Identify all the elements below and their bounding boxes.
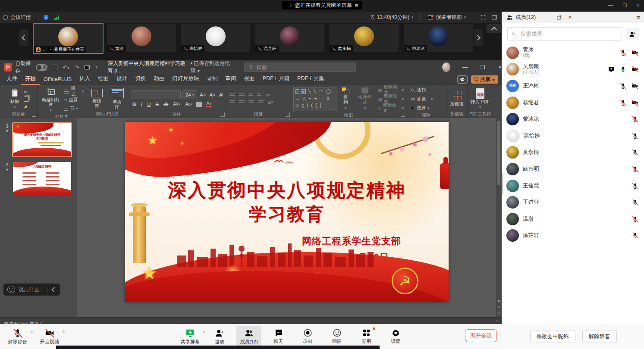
banner-menu-icon[interactable]: ≡ (355, 2, 358, 9)
popout-panel-icon[interactable] (556, 15, 562, 20)
video-tile[interactable]: 温芷轩 (255, 24, 324, 52)
replace-button[interactable]: ab替换▾ (411, 95, 433, 103)
next-slide-button[interactable]: ˅ (498, 312, 500, 315)
columns-button[interactable]: ▥▾ (267, 100, 273, 104)
shape-effects-button[interactable]: ◇形状效果▾ (378, 104, 404, 112)
member-row[interactable]: 王进业 (502, 194, 644, 211)
close-panel-icon[interactable]: × (568, 14, 572, 21)
bullets-button[interactable] (229, 93, 235, 97)
select-button[interactable]: 选择▾ (411, 104, 430, 112)
video-tile[interactable]: 黄永楠 (330, 24, 399, 52)
tab-animations[interactable]: 动画 (150, 73, 168, 85)
strikethrough-button[interactable]: S (154, 102, 160, 107)
reset-button[interactable]: ⟲重置 (64, 96, 84, 104)
increase-indent-button[interactable] (257, 93, 261, 97)
fullscreen-button[interactable] (478, 14, 489, 20)
prev-slide-button[interactable]: ▲ (497, 299, 501, 302)
add-member-button[interactable] (625, 28, 639, 41)
member-row[interactable]: 杨继君 (502, 94, 644, 111)
member-row[interactable]: 曾冰冰 (502, 111, 644, 128)
window-minimize-button[interactable]: — (608, 2, 613, 8)
toggle-switch[interactable]: 关 (36, 64, 47, 71)
filmstrip-prev-button[interactable] (19, 29, 28, 46)
tab-transitions[interactable]: 切换 (131, 73, 150, 85)
new-slide-button[interactable]: 新建幻灯片▾ (40, 86, 62, 114)
canvas-scrollbar[interactable]: ▲˄˅ (496, 118, 502, 317)
cut-button[interactable]: ✄ (23, 90, 29, 94)
member-row[interactable]: 鸿彬 王鸿彬 (502, 78, 644, 94)
shapes-gallery[interactable]: A ▶ ╲ ╲ ▭ ◯ ▭ △ ⌐ ¬ ⇨ ⇩ ◇ ς ) ( { } (293, 87, 336, 111)
save-icon[interactable] (52, 65, 57, 70)
filmstrip-next-button[interactable] (474, 29, 483, 46)
member-row[interactable]: 吴晨曦 (主持人) (502, 61, 644, 78)
font-dialog-launcher[interactable] (220, 112, 225, 117)
justify-button[interactable] (258, 100, 264, 104)
slide1-thumbnail[interactable]: ★ 深入贯彻中央八项规定精神学习教育 (13, 123, 71, 156)
font-name-select[interactable] (132, 90, 181, 99)
tab-record[interactable]: 录制 (203, 73, 222, 85)
invite-button[interactable]: 邀请 (207, 326, 232, 347)
tab-home[interactable]: 开始 (21, 74, 40, 85)
clipboard-dialog-launcher[interactable] (32, 112, 36, 117)
member-search-box[interactable] (507, 27, 622, 41)
window-maximize-button[interactable]: ❑ (623, 3, 627, 8)
grow-font-button[interactable]: A˄ (199, 92, 207, 97)
window-close-button[interactable]: × (636, 2, 640, 9)
member-list-scrollbar[interactable] (502, 174, 503, 194)
record-button[interactable]: 录制 (295, 326, 320, 347)
chat-button[interactable]: 聊天 (266, 326, 291, 347)
format-painter-button[interactable]: ◢ (23, 103, 29, 108)
drawing-dialog-launcher[interactable] (401, 112, 405, 117)
save-status[interactable]: • 已保存到这台电脑 ▾ (191, 60, 233, 75)
account-avatar[interactable] (442, 62, 450, 72)
tab-officeplus[interactable]: OfficePLUS (40, 75, 75, 85)
layout-button[interactable]: 版式▾ (64, 87, 84, 95)
paste-button[interactable]: 粘贴▾ (8, 87, 21, 111)
member-search-input[interactable] (520, 31, 618, 37)
view-mode-button[interactable]: 演讲者视图 ▾ (425, 14, 468, 21)
reactions-button[interactable]: 回应 (324, 326, 349, 347)
meeting-details-button[interactable]: 会议详情 (0, 12, 34, 23)
tab-pdf-toolbox[interactable]: PDF工具箱 (259, 73, 294, 85)
template-library-button[interactable]: 模板库 (88, 88, 105, 109)
numbering-button[interactable] (239, 93, 245, 97)
tab-draw[interactable]: 绘图 (94, 73, 113, 85)
arrange-button[interactable]: 排列▾ (339, 87, 352, 112)
line-spacing-button[interactable]: ⇅▾ (265, 93, 270, 97)
slideshow-icon[interactable] (84, 64, 90, 70)
tab-design[interactable]: 设计 (113, 73, 131, 85)
member-row[interactable]: 温墩 (502, 211, 644, 227)
autosave-toggle[interactable]: 自动保存 关 (15, 60, 47, 75)
member-row[interactable]: 温芷轩 (502, 227, 644, 244)
chat-collapse-icon[interactable] (51, 287, 57, 293)
ppt-search-box[interactable] (244, 62, 356, 72)
tab-view[interactable]: 视图 (240, 73, 259, 85)
video-tile[interactable]: 高怡婷 (181, 24, 250, 52)
bold-button[interactable]: B (132, 102, 137, 107)
member-row[interactable]: 黄冰 (我) (502, 44, 644, 61)
slide-canvas[interactable]: ★ ★ ★ 深入贯彻中央八项规定精神 学习教育 网络工程系学生党支部 (125, 122, 449, 302)
video-tile[interactable]: 曾冰冰 (404, 24, 473, 52)
redo-icon[interactable]: ↷ (74, 64, 79, 71)
tab-insert[interactable]: 插入 (75, 73, 94, 85)
slide-title[interactable]: 深入贯彻中央八项规定精神 学习教育 (125, 178, 449, 226)
member-row[interactable]: 高怡婷 (502, 128, 644, 144)
shrink-font-button[interactable]: A˅ (208, 92, 216, 97)
side-panel-button[interactable] (489, 14, 500, 20)
align-left-button[interactable] (229, 100, 235, 104)
clear-format-button[interactable]: A̸ (218, 92, 223, 97)
ppt-search-input[interactable] (256, 64, 344, 71)
ppt-close-button[interactable]: × (498, 64, 502, 71)
filmstrip-collapse-button[interactable] (487, 24, 501, 33)
convert-to-pdf-button[interactable]: 转为 PDF ▾ (470, 100, 490, 109)
tab-slideshow[interactable]: 幻灯片放映 (168, 73, 203, 85)
ribbon-collapse-button[interactable]: ⌄ (496, 318, 499, 322)
paragraph-dialog-launcher[interactable] (286, 112, 290, 117)
slide-editing-area[interactable]: ★ ★ ★ 深入贯彻中央八项规定精神 学习教育 网络工程系学生党支部 (77, 118, 502, 317)
slide2-thumbnail[interactable]: 八项规定精神 (13, 162, 71, 195)
settings-button[interactable]: 设置 (383, 326, 408, 347)
tab-review[interactable]: 审阅 (222, 73, 240, 85)
underline-button[interactable]: U (146, 102, 151, 107)
chat-overlay[interactable]: 说点什么... (3, 284, 60, 296)
find-button[interactable]: 查找 (411, 86, 426, 94)
